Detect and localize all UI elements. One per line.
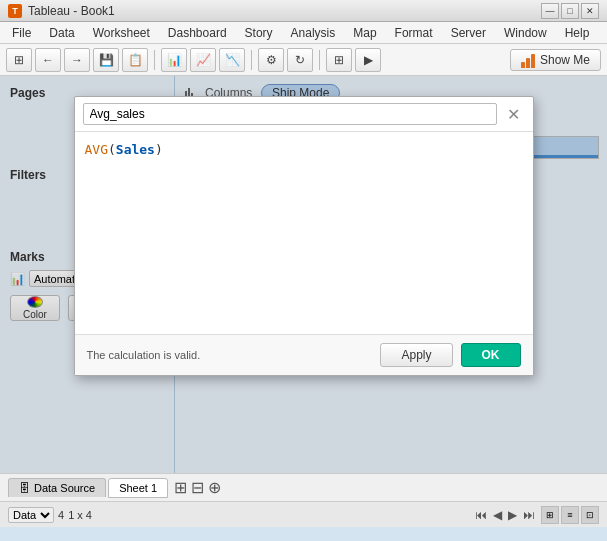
toolbar-grid-button[interactable]: ⊞ <box>6 48 32 72</box>
calculation-modal: ✕ AVG(Sales) The calculation is valid. A… <box>74 96 534 376</box>
toolbar-present-button[interactable]: ▶ <box>355 48 381 72</box>
toolbar: ⊞ ← → 💾 📋 📊 📈 📉 ⚙ ↻ ⊞ ▶ Show Me <box>0 44 607 76</box>
datasource-tab[interactable]: 🗄 Data Source <box>8 478 106 497</box>
window-title: Tableau - Book1 <box>28 4 115 18</box>
toolbar-table-button[interactable]: ⊞ <box>326 48 352 72</box>
tab-bar: 🗄 Data Source Sheet 1 ⊞ ⊟ ⊕ <box>0 473 607 501</box>
modal-body[interactable]: AVG(Sales) <box>75 132 533 334</box>
menu-worksheet[interactable]: Worksheet <box>85 24 158 42</box>
toolbar-forward-button[interactable]: → <box>64 48 90 72</box>
add-dashboard-button[interactable]: ⊕ <box>208 478 221 497</box>
toolbar-separator-1 <box>154 50 155 70</box>
sheet-controls: ⊞ ⊟ ⊕ <box>174 478 221 497</box>
menu-analysis[interactable]: Analysis <box>283 24 344 42</box>
formula-field-part: Sales <box>116 142 155 157</box>
show-me-label: Show Me <box>540 53 590 67</box>
toolbar-separator-3 <box>319 50 320 70</box>
bottom-status-bar: Data 4 1 x 4 ⏮ ◀ ▶ ⏭ ⊞ ≡ ⊡ <box>0 501 607 527</box>
toolbar-chart2-button[interactable]: 📈 <box>190 48 216 72</box>
toolbar-chart1-button[interactable]: 📊 <box>161 48 187 72</box>
formula-avg-part: AVG <box>85 142 108 157</box>
minimize-button[interactable]: — <box>541 3 559 19</box>
grid-view-button[interactable]: ⊞ <box>541 506 559 524</box>
menu-story[interactable]: Story <box>237 24 281 42</box>
datasource-tab-label: Data Source <box>34 482 95 494</box>
ok-button[interactable]: OK <box>461 343 521 367</box>
maximize-button[interactable]: □ <box>561 3 579 19</box>
fit-view-button[interactable]: ⊡ <box>581 506 599 524</box>
nav-next-button[interactable]: ▶ <box>508 508 517 522</box>
footer-buttons: Apply OK <box>380 343 520 367</box>
toolbar-copy-button[interactable]: 📋 <box>122 48 148 72</box>
toolbar-back-button[interactable]: ← <box>35 48 61 72</box>
toolbar-filter-button[interactable]: ⚙ <box>258 48 284 72</box>
title-bar: T Tableau - Book1 — □ ✕ <box>0 0 607 22</box>
toolbar-separator-2 <box>251 50 252 70</box>
toolbar-chart3-button[interactable]: 📉 <box>219 48 245 72</box>
menu-bar: File Data Worksheet Dashboard Story Anal… <box>0 22 607 44</box>
app-icon: T <box>8 4 22 18</box>
menu-help[interactable]: Help <box>557 24 598 42</box>
work-area: Columns Ship Mode Rows SUM(Sales) Ship M… <box>175 76 607 473</box>
data-source-selector[interactable]: Data <box>8 507 54 523</box>
window-controls[interactable]: — □ ✕ <box>541 3 599 19</box>
show-me-button[interactable]: Show Me <box>510 49 601 71</box>
menu-dashboard[interactable]: Dashboard <box>160 24 235 42</box>
modal-footer: The calculation is valid. Apply OK <box>75 334 533 375</box>
modal-header: ✕ <box>75 97 533 132</box>
status-left: Data 4 1 x 4 <box>8 507 92 523</box>
status-right: ⏮ ◀ ▶ ⏭ ⊞ ≡ ⊡ <box>475 506 599 524</box>
row-count: 4 <box>58 509 64 521</box>
sheet-tab-label: Sheet 1 <box>119 482 157 494</box>
menu-format[interactable]: Format <box>387 24 441 42</box>
formula-name-input[interactable] <box>83 103 497 125</box>
list-view-button[interactable]: ≡ <box>561 506 579 524</box>
nav-prev-button[interactable]: ◀ <box>493 508 502 522</box>
nav-first-button[interactable]: ⏮ <box>475 508 487 522</box>
menu-file[interactable]: File <box>4 24 39 42</box>
toolbar-save-button[interactable]: 💾 <box>93 48 119 72</box>
menu-map[interactable]: Map <box>345 24 384 42</box>
cylinder-icon: 🗄 <box>19 482 30 494</box>
sheet1-tab[interactable]: Sheet 1 <box>108 478 168 498</box>
formula-display: AVG(Sales) <box>85 142 163 157</box>
nav-last-button[interactable]: ⏭ <box>523 508 535 522</box>
modal-close-button[interactable]: ✕ <box>503 103 525 125</box>
main-layout: Pages Filters Marks 📊 Automatic ▾ Color … <box>0 76 607 473</box>
apply-button[interactable]: Apply <box>380 343 452 367</box>
validation-message: The calculation is valid. <box>87 349 201 361</box>
view-toggle-buttons: ⊞ ≡ ⊡ <box>541 506 599 524</box>
show-me-icon <box>521 52 535 68</box>
menu-data[interactable]: Data <box>41 24 82 42</box>
new-sheet-button[interactable]: ⊞ <box>174 478 187 497</box>
menu-server[interactable]: Server <box>443 24 494 42</box>
close-button[interactable]: ✕ <box>581 3 599 19</box>
menu-window[interactable]: Window <box>496 24 555 42</box>
toolbar-refresh-button[interactable]: ↻ <box>287 48 313 72</box>
dimensions-info: 1 x 4 <box>68 509 92 521</box>
modal-overlay: ✕ AVG(Sales) The calculation is valid. A… <box>0 76 607 473</box>
duplicate-sheet-button[interactable]: ⊟ <box>191 478 204 497</box>
